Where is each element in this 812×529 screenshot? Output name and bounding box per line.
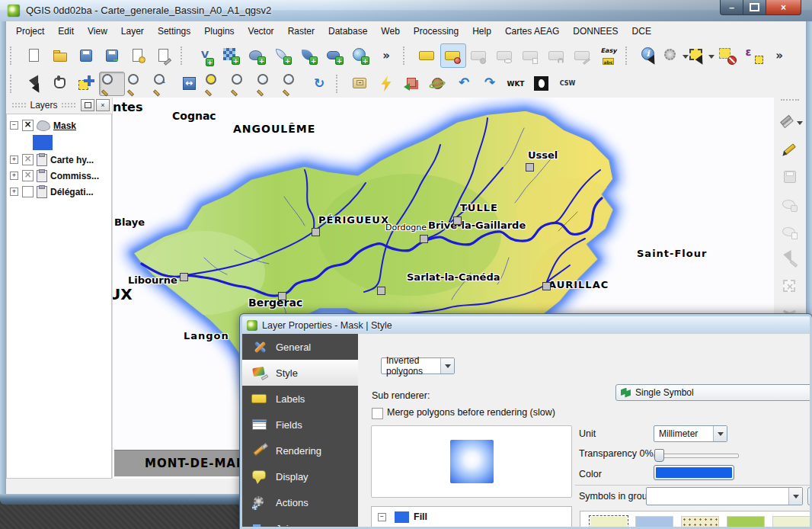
add-wms-layer-button[interactable] xyxy=(347,43,373,68)
redo-button[interactable]: ↷ xyxy=(477,72,503,96)
archive-tool-button[interactable] xyxy=(347,72,373,96)
identify-features-button[interactable] xyxy=(637,43,663,68)
run-feature-action-button[interactable] xyxy=(663,43,689,68)
deselect-features-button[interactable] xyxy=(714,43,740,68)
menu-vector[interactable]: Vector xyxy=(241,22,281,40)
map-tips-button[interactable] xyxy=(21,72,47,96)
maximize-button[interactable] xyxy=(743,0,766,15)
select-features-button[interactable] xyxy=(689,43,714,68)
layer-checkbox[interactable]: × xyxy=(22,120,34,131)
color-button[interactable] xyxy=(654,465,734,480)
copy-layers-button[interactable] xyxy=(399,72,425,96)
open-project-button[interactable] xyxy=(47,43,73,68)
layer-checkbox[interactable] xyxy=(22,186,34,197)
label-properties-button[interactable]: abc xyxy=(570,43,596,68)
style-swatch-2[interactable] xyxy=(635,516,673,527)
layer-color-swatch[interactable] xyxy=(33,135,53,150)
zoom-last-button[interactable]: ◂ xyxy=(254,72,280,96)
save-project-button[interactable] xyxy=(73,43,99,68)
pan-to-selection-button[interactable] xyxy=(73,72,99,96)
chevron-down-icon[interactable] xyxy=(713,426,727,441)
tab-style[interactable]: Style xyxy=(242,360,358,386)
chevron-down-icon[interactable] xyxy=(708,55,714,62)
layer-item-d-l-gati-[interactable]: +Délégati... xyxy=(7,184,111,200)
layer-checkbox[interactable]: × xyxy=(22,154,34,165)
menu-processing[interactable]: Processing xyxy=(407,22,465,40)
menu-dce[interactable]: DCE xyxy=(625,22,658,40)
panel-float-button[interactable] xyxy=(81,99,94,111)
toolbar-overflow-2-button[interactable]: » xyxy=(766,43,792,68)
style-swatch-1[interactable] xyxy=(590,516,628,527)
add-oracle-layer-button[interactable] xyxy=(321,43,347,68)
delete-selected-button[interactable]: × xyxy=(778,273,802,300)
africa-plugin-button[interactable] xyxy=(529,72,555,96)
add-feature-button[interactable] xyxy=(778,191,802,218)
menu-database[interactable]: Database xyxy=(321,22,374,40)
easy-custom-labeling-button[interactable]: Easy xyxy=(596,43,622,68)
chevron-down-icon[interactable] xyxy=(788,488,802,505)
label-move-button[interactable]: abc xyxy=(518,43,544,68)
label-visibility-button[interactable]: abc xyxy=(492,43,518,68)
current-edits-button[interactable] xyxy=(778,108,802,136)
tab-actions[interactable]: Actions xyxy=(242,489,358,515)
tree-expander[interactable]: − xyxy=(10,121,18,130)
tab-labels[interactable]: abcLabels xyxy=(242,386,358,412)
renderer-type-combo[interactable]: Inverted polygons xyxy=(381,357,455,374)
chevron-down-icon[interactable] xyxy=(683,55,689,62)
tab-joins[interactable]: Joins xyxy=(242,515,358,527)
close-button[interactable]: × xyxy=(766,0,801,15)
menu-edit[interactable]: Edit xyxy=(51,22,81,40)
node-tool-button[interactable] xyxy=(778,245,802,273)
add-raster-layer-button[interactable] xyxy=(218,43,244,68)
add-mssql-layer-button[interactable] xyxy=(296,43,321,68)
save-project-as-button[interactable] xyxy=(99,43,125,68)
panel-close-button[interactable]: × xyxy=(96,99,110,111)
new-print-composer-button[interactable] xyxy=(125,43,151,68)
menu-layer[interactable]: Layer xyxy=(114,22,151,40)
zoom-to-selection-button[interactable] xyxy=(203,72,229,96)
merge-polygons-checkbox[interactable] xyxy=(372,408,383,419)
refresh-map-button[interactable]: ↻ xyxy=(306,72,332,96)
tab-general[interactable]: General xyxy=(242,334,358,360)
menu-cartes-aeag[interactable]: Cartes AEAG xyxy=(498,22,566,40)
tab-display[interactable]: Display xyxy=(242,463,358,489)
unit-combo[interactable]: Millimeter xyxy=(654,425,727,442)
menu-help[interactable]: Help xyxy=(465,22,498,40)
chevron-down-icon[interactable] xyxy=(797,121,803,128)
style-swatch-4[interactable] xyxy=(727,516,765,527)
label-rotate-button[interactable]: abc xyxy=(544,43,570,68)
layer-labeling-button[interactable]: abc xyxy=(414,43,440,68)
composer-manager-button[interactable] xyxy=(151,43,177,68)
tree-expander[interactable]: + xyxy=(10,172,18,180)
move-feature-button[interactable] xyxy=(778,218,802,245)
select-by-expression-button[interactable]: ε xyxy=(740,43,766,68)
globe-plugin-button[interactable] xyxy=(425,72,451,96)
tab-fields[interactable]: Fields xyxy=(242,412,358,438)
menu-web[interactable]: Web xyxy=(374,22,406,40)
minimize-button[interactable]: – xyxy=(720,0,743,15)
tree-expander[interactable]: + xyxy=(10,188,18,196)
tab-rendering[interactable]: Rendering xyxy=(242,438,358,463)
zoom-in-button[interactable]: + xyxy=(99,72,125,96)
layer-item-mask[interactable]: −×Mask xyxy=(7,117,111,133)
add-vector-layer-button[interactable]: V xyxy=(192,43,218,68)
menu-donnees[interactable]: DONNEES xyxy=(566,22,625,40)
tree-expander[interactable]: + xyxy=(10,155,18,164)
symbol-tree-root-row[interactable]: − Fill xyxy=(372,507,571,527)
menu-settings[interactable]: Settings xyxy=(151,22,197,40)
menu-view[interactable]: View xyxy=(81,22,114,40)
style-swatch-5[interactable] xyxy=(772,516,810,527)
layer-checkbox[interactable]: × xyxy=(22,170,34,181)
tree-expander[interactable]: − xyxy=(378,513,386,521)
toggle-editing-button[interactable] xyxy=(778,136,802,163)
transparency-slider[interactable] xyxy=(654,449,739,461)
menu-raster[interactable]: Raster xyxy=(281,22,321,40)
symbol-type-button[interactable]: Single Symbol xyxy=(615,384,810,401)
zoom-next-button[interactable]: ▸ xyxy=(280,72,306,96)
layer-item-commiss-[interactable]: +×Commiss... xyxy=(7,168,111,184)
add-postgis-layer-button[interactable] xyxy=(244,43,270,68)
new-project-button[interactable] xyxy=(21,43,47,68)
layer-item-carte-hy-[interactable]: +×Carte hy... xyxy=(7,152,111,168)
csw-catalog-button[interactable]: CSW xyxy=(555,72,580,96)
chevron-down-icon[interactable] xyxy=(440,358,454,374)
